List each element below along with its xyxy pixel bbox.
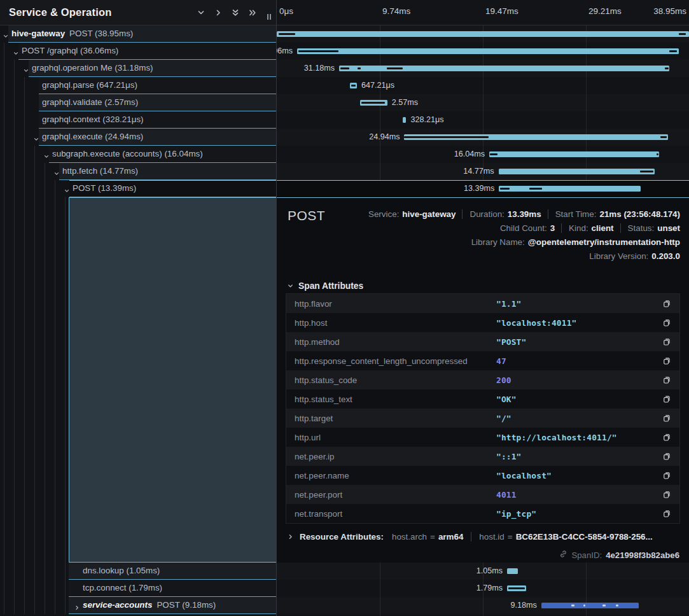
resource-attributes-row[interactable]: Resource Attributes: host.arch=arm64host… [287, 532, 653, 542]
span-bar[interactable] [489, 151, 659, 157]
chevron-down-icon[interactable] [53, 168, 60, 179]
copy-icon[interactable] [654, 452, 679, 461]
span-row[interactable]: graphql.operation Me (31.18ms) [0, 60, 276, 77]
copy-icon[interactable] [654, 337, 679, 346]
span-bar[interactable] [403, 117, 406, 123]
tree-indent-guide [34, 597, 35, 614]
chevron-down-icon[interactable] [43, 151, 50, 162]
tree-indent-guide [34, 180, 35, 197]
collapse-one-icon[interactable] [209, 4, 226, 21]
timeline-row[interactable]: 14.77ms [277, 163, 689, 180]
copy-icon[interactable] [654, 490, 679, 499]
timeline-row[interactable]: 16.04ms [277, 146, 689, 163]
tree-indent-guide [24, 180, 25, 197]
attribute-row: net.transport"ip_tcp" [286, 504, 679, 523]
span-row[interactable]: service-accountsPOST (9.18ms) [0, 597, 276, 614]
tree-indent-guide [4, 163, 4, 180]
ruler-tick: 9.74ms [382, 6, 410, 16]
timeline-row[interactable]: 38.95ms [277, 25, 689, 43]
copy-icon[interactable] [654, 509, 679, 518]
tree-indent-guide [65, 197, 66, 563]
span-bar-child-tick [640, 171, 653, 172]
span-row[interactable]: subgraph.execute (accounts) (16.04ms) [0, 146, 276, 163]
span-duration-label: 31.18ms [304, 60, 335, 77]
timeline-row[interactable]: 9.18ms [277, 597, 689, 614]
timeline-row[interactable]: 647.21μs [277, 77, 689, 94]
timeline-row[interactable]: 36.06ms [277, 43, 689, 60]
tree-indent-guide [45, 197, 45, 563]
attribute-row: http.url"http://localhost:4011/" [286, 428, 679, 447]
span-row[interactable]: graphql.parse (647.21μs) [0, 77, 276, 94]
span-bar[interactable] [297, 48, 679, 54]
timeline-row[interactable]: 24.94ms [277, 129, 689, 146]
span-name-label: graphql.execute (24.94ms) [42, 129, 143, 145]
tree-indent-guide [24, 129, 25, 146]
chevron-down-icon[interactable] [23, 65, 29, 76]
attribute-row: net.peer.ip"::1" [286, 447, 679, 466]
span-bar[interactable] [507, 568, 518, 574]
copy-icon[interactable] [654, 356, 679, 365]
span-row[interactable]: dns.lookup (1.05ms) [0, 563, 276, 580]
span-row[interactable]: graphql.execute (24.94ms) [0, 129, 276, 146]
copy-icon[interactable] [654, 395, 679, 403]
pane-resizer-grip[interactable] [267, 14, 271, 20]
timeline-row[interactable]: 2.57ms [277, 94, 689, 111]
tree-indent-guide [65, 597, 66, 614]
tree-indent-guide [4, 563, 4, 580]
span-row[interactable]: http.fetch (14.77ms) [0, 163, 276, 180]
chevron-down-icon[interactable] [64, 185, 70, 197]
chevron-down-icon[interactable] [33, 134, 39, 145]
copy-icon[interactable] [654, 299, 679, 308]
span-row-selected[interactable]: POST (13.39ms) [0, 180, 276, 197]
copy-icon[interactable] [654, 433, 679, 442]
link-icon[interactable] [559, 550, 567, 560]
span-bar-child-tick [508, 587, 525, 589]
span-name-label: graphql.parse (647.21μs) [42, 77, 137, 94]
attribute-key: http.response_content_length_uncompresse… [286, 356, 496, 366]
span-attributes-header[interactable]: Span Attributes [287, 281, 363, 291]
span-bar-child-tick [669, 50, 677, 52]
chevron-down-icon[interactable] [3, 31, 9, 42]
span-tree: hive-gatewayPOST (38.95ms)POST /graphql … [0, 25, 276, 197]
span-bar-child-tick [660, 136, 667, 138]
timeline-row[interactable]: 328.21μs [277, 111, 689, 129]
span-bar[interactable] [339, 66, 669, 71]
selected-span-tree-block [0, 197, 276, 563]
timeline-ruler: 0μs9.74ms19.47ms29.21ms38.95ms [277, 0, 689, 25]
tree-indent-guide [45, 597, 45, 614]
span-bar[interactable] [360, 100, 387, 106]
span-row[interactable]: graphql.context (328.21μs) [0, 111, 276, 129]
expand-all-icon[interactable] [226, 4, 244, 21]
attribute-row: http.response_content_length_uncompresse… [286, 351, 679, 370]
span-bar[interactable] [499, 186, 641, 192]
chevron-down-icon[interactable] [13, 48, 19, 59]
timeline-row-selected[interactable]: 13.39ms [277, 180, 689, 197]
copy-icon[interactable] [654, 414, 679, 423]
tree-indent-guide [45, 163, 45, 180]
span-bar[interactable] [499, 169, 655, 174]
span-row[interactable]: graphql.validate (2.57ms) [0, 94, 276, 111]
chevron-right-icon[interactable] [74, 602, 80, 613]
tree-indent-guide [14, 197, 15, 563]
span-bar[interactable] [404, 134, 668, 140]
copy-icon[interactable] [654, 375, 679, 384]
timeline-row[interactable]: 31.18ms [277, 60, 689, 77]
timeline-row[interactable]: 1.05ms [277, 563, 689, 580]
span-row[interactable]: tcp.connect (1.79ms) [0, 580, 276, 597]
span-bar-child-tick [571, 605, 574, 606]
span-bar[interactable] [541, 603, 639, 608]
span-bar-child-tick [529, 188, 542, 190]
span-row[interactable]: POST /graphql (36.06ms) [0, 43, 276, 60]
span-bar[interactable] [350, 83, 357, 88]
span-bar[interactable] [277, 31, 689, 37]
tree-indent-guide [34, 197, 35, 563]
expand-one-icon[interactable] [192, 4, 209, 21]
selected-span-highlight[interactable] [69, 197, 276, 563]
tree-indent-guide [24, 146, 25, 163]
copy-icon[interactable] [654, 471, 679, 480]
span-row[interactable]: hive-gatewayPOST (38.95ms) [0, 25, 276, 43]
span-bar[interactable] [507, 585, 526, 591]
collapse-all-icon[interactable] [244, 4, 261, 21]
timeline-row[interactable]: 1.79ms [277, 580, 689, 597]
copy-icon[interactable] [654, 318, 679, 327]
